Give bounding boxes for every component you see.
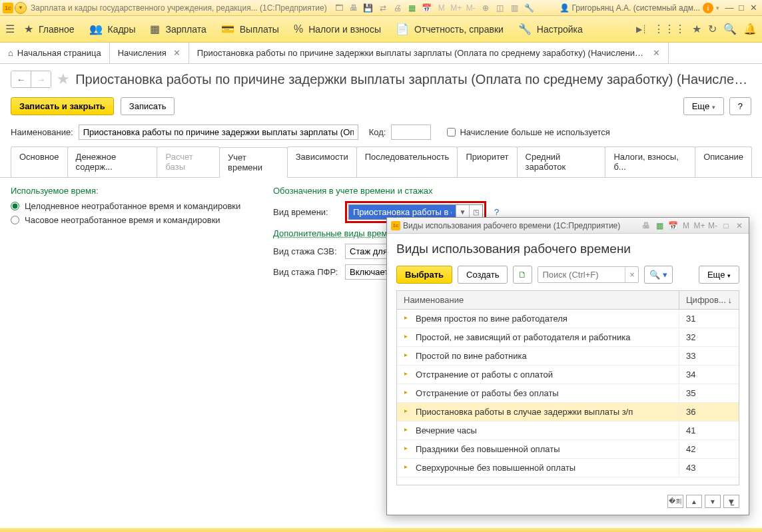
maximize-icon[interactable]: □ bbox=[721, 221, 731, 230]
star2-icon[interactable]: ★ bbox=[692, 23, 701, 35]
table-row[interactable]: Праздники без повышенной оплаты42 bbox=[397, 440, 739, 459]
itab-uchet[interactable]: Учет времени bbox=[219, 147, 288, 178]
dropdown-round-button[interactable]: ▼ bbox=[15, 2, 27, 14]
menu-zarplata[interactable]: ▦Зарплата bbox=[150, 23, 206, 35]
table-row[interactable]: Приостановка работы в случае задержки вы… bbox=[397, 403, 739, 421]
panels-icon[interactable]: ▥ bbox=[510, 3, 520, 13]
menu-vyplaty[interactable]: 💳Выплаты bbox=[221, 23, 279, 35]
calendar-icon[interactable]: 📅 bbox=[667, 221, 678, 230]
calc-icon[interactable]: ▦ bbox=[407, 3, 418, 13]
col-name-header[interactable]: Наименование bbox=[397, 291, 679, 309]
minimize-button[interactable]: — bbox=[723, 3, 735, 13]
grid-header: Наименование Цифров...↓ bbox=[397, 291, 739, 310]
save-button[interactable]: Записать bbox=[121, 97, 175, 115]
nav-back-button[interactable]: ← bbox=[11, 71, 31, 87]
print2-icon[interactable]: 🖨 bbox=[392, 3, 403, 13]
bell-icon[interactable]: 🔔 bbox=[743, 23, 757, 35]
m-minus-icon[interactable]: M- bbox=[466, 3, 476, 13]
nav-forward-button[interactable]: → bbox=[31, 71, 51, 87]
apps-icon[interactable]: ⋮⋮⋮ bbox=[653, 23, 685, 35]
page-toolbar: Записать и закрыть Записать Еще ▾ ? bbox=[0, 93, 762, 122]
m-icon[interactable]: M bbox=[436, 3, 447, 13]
tab-home[interactable]: ⌂ Начальная страница bbox=[0, 43, 110, 63]
help-button[interactable]: ? bbox=[729, 97, 751, 115]
m-plus-icon[interactable]: M+ bbox=[694, 221, 705, 230]
select-button[interactable]: Выбрать bbox=[396, 266, 452, 284]
menu-nastroyka[interactable]: 🔧Настройка bbox=[518, 23, 583, 35]
itab-opisanie[interactable]: Описание bbox=[695, 146, 752, 177]
dialog-toolbar: Выбрать Создать 🗋 × 🔍 ▾ Еще ▾ bbox=[387, 262, 749, 290]
itab-nalogi[interactable]: Налоги, взносы, б... bbox=[605, 146, 695, 177]
code-input[interactable] bbox=[391, 125, 431, 140]
save-icon[interactable]: 💾 bbox=[363, 3, 374, 13]
m-icon[interactable]: M bbox=[681, 221, 691, 230]
history-icon[interactable]: ↻ bbox=[708, 23, 717, 35]
close-icon[interactable]: ✕ bbox=[734, 221, 745, 230]
itab-prioritet[interactable]: Приоритет bbox=[457, 146, 517, 177]
itab-raschet[interactable]: Расчет базы bbox=[157, 146, 220, 177]
cell-code: 36 bbox=[679, 403, 739, 421]
compare-icon[interactable]: ⇄ bbox=[378, 3, 388, 13]
menu-main[interactable]: ★Главное bbox=[24, 23, 75, 35]
search-input-group: × bbox=[538, 266, 639, 283]
itab-osnovnoe[interactable]: Основное bbox=[11, 146, 68, 177]
more-button[interactable]: Еще ▾ bbox=[683, 97, 724, 115]
window-list-icon[interactable]: ◫ bbox=[495, 3, 506, 13]
table-row[interactable]: Сверхурочные без повышенной оплаты43 bbox=[397, 459, 739, 477]
close-icon[interactable]: ✕ bbox=[173, 48, 181, 58]
tab-accruals[interactable]: Начисления ✕ bbox=[110, 43, 189, 63]
close-button[interactable]: ✕ bbox=[747, 3, 759, 13]
nav-down-button[interactable]: ▼ bbox=[705, 495, 721, 508]
col-code-header[interactable]: Цифров...↓ bbox=[679, 291, 739, 309]
table-row[interactable]: Вечерние часы41 bbox=[397, 421, 739, 440]
name-input[interactable] bbox=[79, 125, 358, 140]
print-icon[interactable]: 🖶 bbox=[641, 221, 651, 230]
find-button[interactable]: 🔍 ▾ bbox=[644, 266, 673, 284]
table-row[interactable]: Простой по вине работника33 bbox=[397, 347, 739, 366]
m-minus-icon[interactable]: M- bbox=[707, 221, 718, 230]
create-button[interactable]: Создать bbox=[458, 266, 508, 284]
cell-code: 43 bbox=[679, 459, 739, 477]
favorite-star-icon[interactable]: ★ bbox=[57, 71, 70, 88]
maximize-button[interactable]: □ bbox=[735, 3, 747, 13]
menu-otchet[interactable]: 📄Отчетность, справки bbox=[396, 23, 504, 35]
search-input[interactable] bbox=[538, 267, 625, 282]
info-icon[interactable]: i bbox=[703, 3, 713, 13]
clear-search-button[interactable]: × bbox=[625, 267, 638, 282]
print-preview-icon[interactable]: 🗔 bbox=[334, 3, 344, 13]
table-row[interactable]: Отстранение от работы с оплатой34 bbox=[397, 366, 739, 384]
grid-body[interactable]: Время простоя по вине работодателя31Прос… bbox=[397, 310, 739, 485]
calc-icon[interactable]: ▦ bbox=[654, 221, 665, 230]
radio-hourly[interactable]: Часовое неотработанное время и командиро… bbox=[11, 215, 257, 225]
zoom-icon[interactable]: ⊕ bbox=[480, 3, 491, 13]
hamburger-icon[interactable]: ☰ bbox=[5, 23, 15, 35]
search-icon[interactable]: 🔍 bbox=[723, 23, 737, 35]
save-close-button[interactable]: Записать и закрыть bbox=[11, 97, 114, 115]
wrench-icon[interactable]: 🔧 bbox=[524, 3, 535, 13]
table-row[interactable]: Простой, не зависящий от работодателя и … bbox=[397, 328, 739, 347]
itab-sredniy[interactable]: Средний заработок bbox=[517, 146, 606, 177]
close-icon[interactable]: ✕ bbox=[653, 48, 660, 58]
calendar-icon[interactable]: 📅 bbox=[422, 3, 432, 13]
table-row[interactable]: Отстранение от работы без оплаты35 bbox=[397, 384, 739, 403]
dialog-more-button[interactable]: Еще ▾ bbox=[699, 266, 739, 284]
print-icon[interactable]: 🖶 bbox=[348, 3, 359, 13]
nav-up-button[interactable]: ▲ bbox=[686, 495, 702, 508]
user-name[interactable]: Григорьянц А.А. (системный адм... bbox=[572, 3, 700, 13]
itab-denezh[interactable]: Денежное содерж... bbox=[67, 146, 158, 177]
play-icon[interactable]: ▶┊ bbox=[636, 25, 647, 34]
table-row[interactable]: Время простоя по вине работодателя31 bbox=[397, 310, 739, 328]
not-used-checkbox[interactable]: Начисление больше не используется bbox=[447, 127, 609, 137]
menu-kadry[interactable]: 👥Кадры bbox=[89, 23, 136, 35]
help-qmark[interactable]: ? bbox=[494, 207, 499, 217]
m-plus-icon[interactable]: M+ bbox=[451, 3, 462, 13]
refresh-button[interactable]: 🗋 bbox=[513, 266, 532, 284]
radio-daily[interactable]: Целодневное неотработанное время и коман… bbox=[11, 201, 257, 211]
additional-time-link[interactable]: Дополнительные виды времен bbox=[273, 228, 397, 238]
nav-first-button[interactable]: �회 bbox=[667, 495, 683, 508]
tab-current[interactable]: Приостановка работы по причине задержки … bbox=[189, 43, 669, 63]
itab-posled[interactable]: Последовательность bbox=[356, 146, 458, 177]
menu-nalogi[interactable]: %Налоги и взносы bbox=[294, 23, 381, 35]
nav-last-button[interactable]: ▼̲ bbox=[723, 495, 739, 508]
itab-zavis[interactable]: Зависимости bbox=[287, 146, 357, 177]
